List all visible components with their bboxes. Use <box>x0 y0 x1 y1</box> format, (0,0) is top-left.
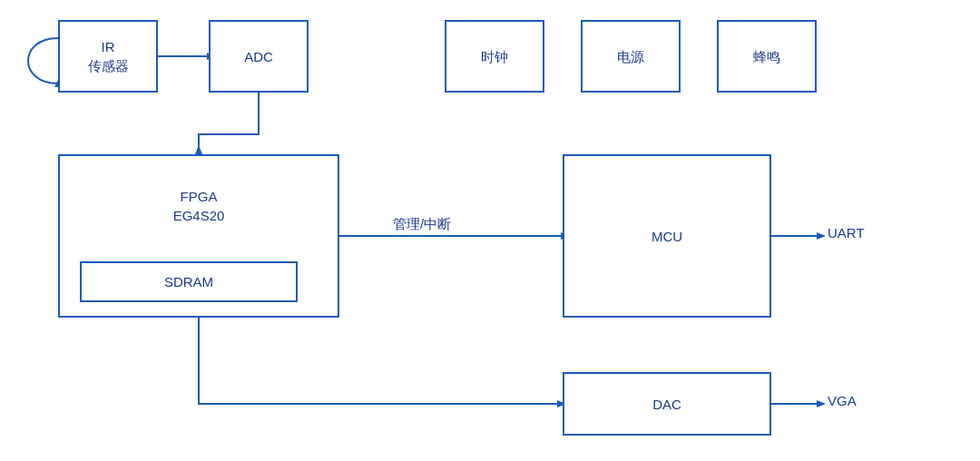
clock-box: 时钟 <box>445 20 544 93</box>
power-box: 电源 <box>581 20 681 93</box>
clock-label: 时钟 <box>481 47 508 66</box>
svg-marker-8 <box>817 232 826 240</box>
power-label: 电源 <box>617 47 644 66</box>
svg-marker-11 <box>817 400 826 407</box>
buzzer-box: 蜂鸣 <box>717 20 817 93</box>
adc-box: ADC <box>209 20 309 93</box>
dac-label: DAC <box>652 395 681 414</box>
uart-label: UART <box>828 225 865 240</box>
mcu-label: MCU <box>652 227 682 246</box>
manage-label: 管理/中断 <box>368 216 476 233</box>
sdram-box: SDRAM <box>80 261 298 302</box>
dac-box: DAC <box>563 372 771 436</box>
mcu-box: MCU <box>563 154 771 318</box>
svg-marker-3 <box>195 145 202 154</box>
fpga-box: FPGAEG4S20 SDRAM <box>58 154 339 318</box>
fpga-label: FPGAEG4S20 <box>60 187 338 234</box>
buzzer-label: 蜂鸣 <box>753 47 780 66</box>
sdram-label: SDRAM <box>164 272 213 291</box>
diagram: IR传感器 ADC 时钟 电源 蜂鸣 FPGAEG4S20 SDRAM MCU … <box>0 0 980 461</box>
vga-label: VGA <box>828 393 857 408</box>
ir-label: IR传感器 <box>88 37 129 75</box>
ir-sensor-box: IR传感器 <box>58 20 158 93</box>
adc-label: ADC <box>244 47 273 66</box>
